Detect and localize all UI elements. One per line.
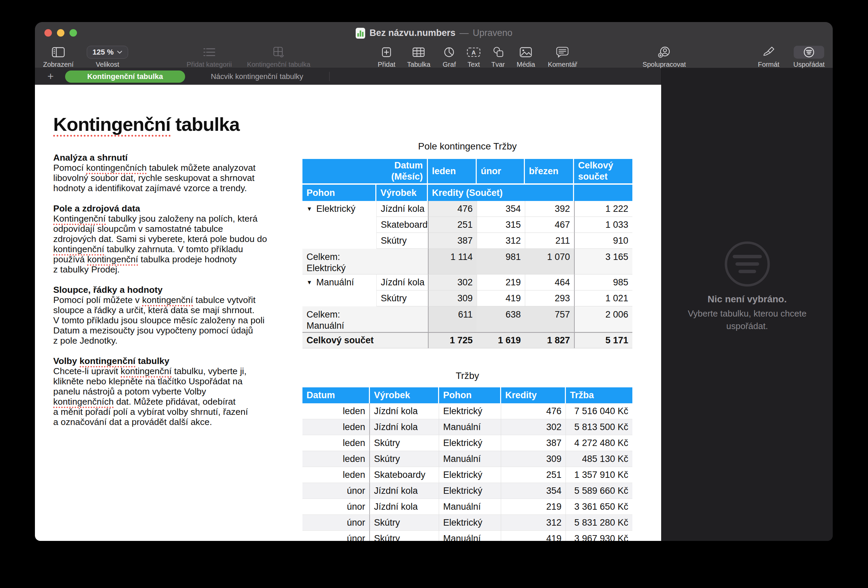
pivot-table-button[interactable]: Kontingenční tabulka	[247, 46, 311, 68]
table-cell[interactable]: 638	[477, 307, 525, 332]
table-cell[interactable]: ▼Manuální	[303, 274, 376, 307]
table-cell[interactable]: Skateboardy	[370, 467, 439, 483]
table-cell[interactable]: 219	[477, 274, 525, 290]
table-cell[interactable]: 1 070	[525, 249, 574, 274]
table-cell[interactable]: 5 831 280 Kč	[566, 515, 632, 531]
table-cell[interactable]: 981	[477, 249, 525, 274]
table-cell[interactable]: leden	[303, 451, 370, 467]
table-cell[interactable]: 476	[428, 201, 477, 217]
table-cell[interactable]: Výrobek	[370, 388, 439, 403]
table-cell[interactable]: Skútry	[376, 290, 428, 307]
table-cell[interactable]: 309	[501, 451, 566, 467]
table-cell[interactable]: 467	[525, 217, 574, 233]
table-cell[interactable]: 387	[428, 233, 477, 249]
table-cell[interactable]: 354	[477, 201, 525, 217]
table-cell[interactable]: leden	[303, 419, 370, 435]
table-cell[interactable]: Manuální	[439, 419, 501, 435]
table-cell[interactable]: 7 516 040 Kč	[566, 403, 632, 419]
table-cell[interactable]: 5 171	[574, 332, 632, 348]
table-cell[interactable]: únor	[303, 515, 370, 531]
table-cell[interactable]: Skútry	[376, 233, 428, 249]
table-cell[interactable]: 392	[525, 201, 574, 217]
table-cell[interactable]: 476	[501, 403, 566, 419]
table-cell[interactable]	[574, 185, 632, 201]
table-cell[interactable]: 757	[525, 307, 574, 332]
table-cell[interactable]: Tržba	[566, 388, 632, 403]
table-cell[interactable]: 485 130 Kč	[566, 451, 632, 467]
table-cell[interactable]: 251	[501, 467, 566, 483]
text-blocks[interactable]: Analýza a shrnutíPomocí kontingenčních t…	[53, 153, 284, 437]
insert-button[interactable]: Přidat	[378, 46, 396, 68]
table-cell[interactable]: 302	[428, 274, 477, 290]
table-cell[interactable]: 312	[477, 233, 525, 249]
table-cell[interactable]: únor	[303, 499, 370, 515]
table-cell[interactable]: 387	[501, 435, 566, 451]
table-cell[interactable]: Skútry	[370, 451, 439, 467]
table-cell[interactable]: 611	[428, 307, 477, 332]
shape-button[interactable]: Tvar	[491, 46, 505, 68]
sheet-canvas[interactable]: Kontingenční tabulka Analýza a shrnutíPo…	[35, 85, 661, 541]
add-sheet-button[interactable]: +	[44, 68, 57, 85]
table-button[interactable]: Tabulka	[407, 46, 431, 68]
table-cell[interactable]: Pohon	[439, 388, 501, 403]
table-cell[interactable]: 1 021	[574, 290, 632, 307]
table-cell[interactable]: Elektrický	[439, 403, 501, 419]
table-cell[interactable]: Celkový součet	[303, 332, 428, 348]
table-cell[interactable]: Jízdní kola	[376, 201, 428, 217]
text-block[interactable]: Pole a zdrojová dataKontingenční tabulky…	[53, 203, 284, 274]
table-cell[interactable]: 1 357 910 Kč	[566, 467, 632, 483]
table-cell[interactable]: 1 222	[574, 201, 632, 217]
table-cell[interactable]: Manuální	[439, 531, 501, 541]
text-block[interactable]: Analýza a shrnutíPomocí kontingenčních t…	[53, 153, 284, 193]
table-cell[interactable]: Skateboardy	[376, 217, 428, 233]
table-cell[interactable]: 3 165	[574, 249, 632, 274]
table-cell[interactable]: Jízdní kola	[370, 403, 439, 419]
table-cell[interactable]: 1 827	[525, 332, 574, 348]
table-cell[interactable]: únor	[477, 159, 525, 185]
table-cell[interactable]: Celkem:Elektrický	[303, 249, 428, 274]
view-button[interactable]: Zobrazení	[43, 46, 74, 68]
text-block[interactable]: Sloupce, řádky a hodnotyPomocí polí může…	[53, 285, 284, 346]
table-cell[interactable]: ▼Elektrický	[303, 201, 376, 249]
table-cell[interactable]: 315	[477, 217, 525, 233]
add-category-button[interactable]: Přidat kategorii	[186, 46, 232, 68]
table-cell[interactable]: 5 813 500 Kč	[566, 419, 632, 435]
table-cell[interactable]: Datum	[303, 388, 370, 403]
table-cell[interactable]: Datum(Měsíc)	[303, 159, 428, 185]
trzby-table[interactable]: DatumVýrobekPohonKredityTržbaledenJízdní…	[303, 388, 632, 541]
table-cell[interactable]: Kredity (Součet)	[428, 185, 574, 201]
table-cell[interactable]: Elektrický	[439, 435, 501, 451]
table-cell[interactable]: Jízdní kola	[370, 499, 439, 515]
table-cell[interactable]: Elektrický	[439, 483, 501, 499]
tab-nacvik[interactable]: Nácvik kontingenční tabulky	[210, 71, 304, 83]
document-title[interactable]: Kontingenční tabulka	[53, 113, 239, 135]
comment-button[interactable]: Komentář	[548, 46, 577, 68]
media-button[interactable]: Média	[517, 46, 535, 68]
format-button[interactable]: Formát	[758, 46, 779, 68]
table-cell[interactable]: Manuální	[439, 451, 501, 467]
table-cell[interactable]: 910	[574, 233, 632, 249]
table-cell[interactable]: 312	[501, 515, 566, 531]
table-cell[interactable]: 464	[525, 274, 574, 290]
trzby-table-title[interactable]: Tržby	[303, 370, 632, 381]
table-cell[interactable]: Celkem:Manuální	[303, 307, 428, 332]
table-cell[interactable]: 3 967 930 Kč	[566, 531, 632, 541]
table-cell[interactable]: 302	[501, 419, 566, 435]
table-cell[interactable]: únor	[303, 531, 370, 541]
table-cell[interactable]: Elektrický	[439, 515, 501, 531]
table-cell[interactable]: březen	[525, 159, 574, 185]
table-cell[interactable]: leden	[303, 467, 370, 483]
chart-button[interactable]: Graf	[443, 46, 456, 68]
organize-button[interactable]: Uspořádat	[793, 46, 825, 68]
pivot-table-title[interactable]: Pole kontingence Tržby	[303, 141, 632, 152]
table-cell[interactable]: leden	[303, 435, 370, 451]
table-cell[interactable]: Jízdní kola	[376, 274, 428, 290]
table-cell[interactable]: Elektrický	[439, 467, 501, 483]
table-cell[interactable]: 219	[501, 499, 566, 515]
table-cell[interactable]: Skútry	[370, 531, 439, 541]
table-cell[interactable]: Celkovýsoučet	[574, 159, 632, 185]
table-cell[interactable]: 1 619	[477, 332, 525, 348]
text-block[interactable]: Volby kontingenční tabulkyChcete-li upra…	[53, 356, 284, 427]
table-cell[interactable]: Kredity	[501, 388, 566, 403]
table-cell[interactable]: 419	[501, 531, 566, 541]
